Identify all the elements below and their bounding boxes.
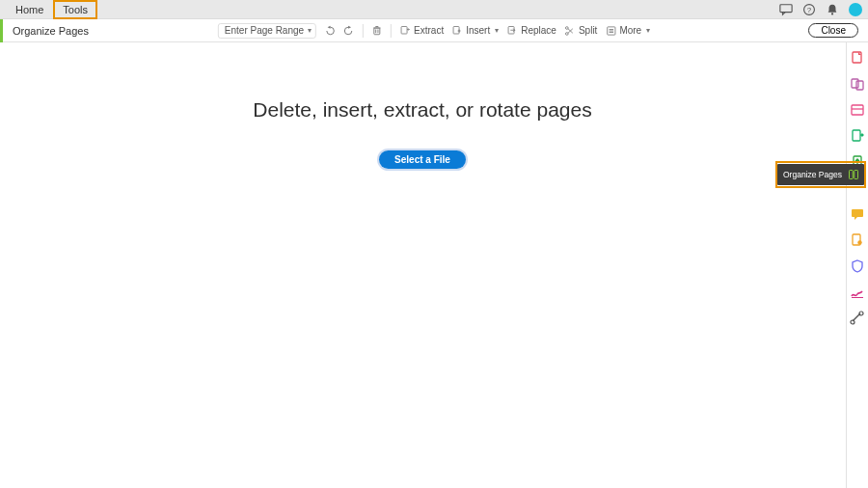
svg-rect-15 (853, 130, 860, 141)
svg-rect-17 (852, 209, 863, 217)
svg-rect-4 (374, 28, 380, 35)
bell-icon[interactable] (826, 3, 839, 16)
organize-toolbar: Organize Pages Enter Page Range ▾ Extrac… (0, 19, 868, 42)
top-right-controls: ? (779, 3, 862, 16)
create-pdf-icon[interactable] (850, 50, 865, 66)
rotate-cw-button[interactable] (343, 25, 355, 37)
avatar[interactable] (849, 3, 862, 16)
svg-point-19 (857, 240, 861, 244)
page-range-label: Enter Page Range (225, 25, 304, 36)
replace-label: Replace (521, 25, 556, 36)
svg-rect-14 (852, 105, 863, 115)
app-top-bar: Home Tools ? (0, 0, 868, 19)
svg-rect-0 (780, 4, 792, 12)
svg-rect-5 (401, 26, 407, 34)
select-file-button[interactable]: Select a File (379, 150, 466, 169)
combine-files-icon[interactable] (850, 76, 865, 92)
more-dropdown[interactable]: More ▾ (605, 25, 650, 37)
separator (363, 24, 364, 38)
export-pdf-icon[interactable] (850, 128, 865, 144)
organize-pages-flyout-icon (848, 169, 859, 180)
delete-button[interactable] (371, 25, 383, 37)
svg-rect-12 (852, 79, 858, 88)
insert-label: Insert (466, 25, 490, 36)
svg-point-20 (859, 312, 863, 315)
toolbar-title: Organize Pages (3, 25, 98, 37)
help-icon[interactable]: ? (802, 3, 816, 16)
chevron-down-icon: ▾ (646, 26, 650, 35)
rotate-ccw-button[interactable] (324, 25, 336, 37)
page-range-dropdown[interactable]: Enter Page Range ▾ (218, 23, 316, 39)
toolbar-actions: Enter Page Range ▾ Extract Insert ▾ Repl… (218, 23, 650, 39)
svg-text:?: ? (807, 6, 812, 14)
extract-button[interactable]: Extract (399, 25, 444, 37)
right-rail (846, 42, 868, 488)
stamp-icon[interactable] (850, 232, 865, 248)
svg-point-3 (831, 13, 833, 14)
measure-icon[interactable] (850, 311, 865, 326)
more-label: More (619, 25, 641, 36)
replace-button[interactable]: Replace (506, 25, 556, 37)
organize-pages-flyout[interactable]: Organize Pages (777, 164, 864, 185)
main-panel: Delete, insert, extract, or rotate pages… (0, 42, 845, 488)
protect-icon[interactable] (850, 258, 865, 274)
chevron-down-icon: ▾ (495, 26, 499, 35)
tab-tools[interactable]: Tools (53, 0, 97, 19)
edit-pdf-icon[interactable] (850, 102, 865, 118)
flyout-label: Organize Pages (783, 170, 842, 179)
svg-rect-11 (853, 52, 861, 63)
page-headline: Delete, insert, extract, or rotate pages (253, 98, 591, 122)
insert-dropdown[interactable]: Insert ▾ (451, 25, 499, 37)
separator (391, 24, 392, 38)
tab-home[interactable]: Home (6, 0, 53, 19)
extract-label: Extract (414, 25, 444, 36)
split-label: Split (579, 25, 597, 36)
svg-rect-23 (854, 171, 858, 179)
close-button[interactable]: Close (808, 23, 858, 38)
sign-icon[interactable] (850, 285, 865, 300)
svg-rect-22 (850, 171, 854, 179)
comments-icon[interactable] (779, 3, 793, 16)
comments-tool-icon[interactable] (850, 206, 865, 222)
svg-rect-13 (856, 81, 863, 90)
split-button[interactable]: Split (564, 25, 597, 37)
svg-rect-6 (453, 26, 459, 34)
chevron-down-icon: ▾ (308, 26, 312, 35)
